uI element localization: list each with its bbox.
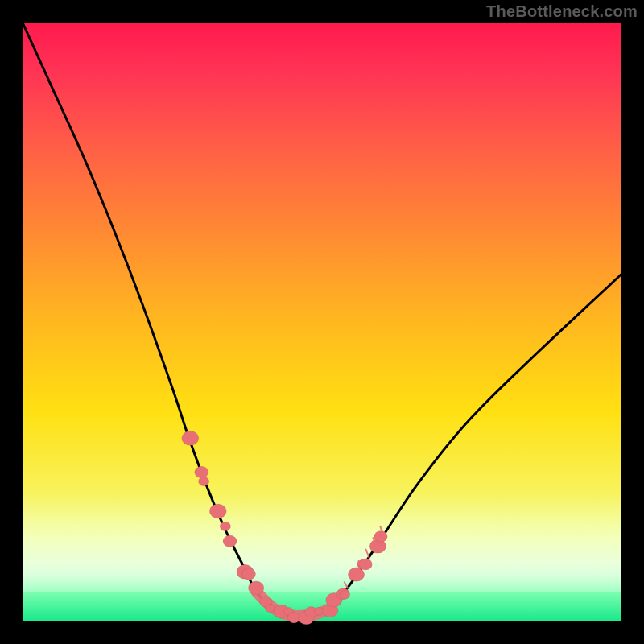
right-ascent-beads: [326, 530, 387, 607]
svg-point-21: [348, 568, 364, 581]
svg-point-7: [242, 568, 256, 580]
svg-point-2: [199, 477, 209, 485]
svg-line-26: [345, 582, 348, 588]
watermark-text: TheBottleneck.com: [486, 2, 638, 21]
svg-line-29: [366, 550, 369, 558]
svg-point-0: [182, 431, 199, 445]
svg-point-1: [195, 466, 208, 478]
svg-point-10: [265, 604, 275, 612]
bottleneck-curve: [23, 23, 621, 616]
plot-area: [23, 23, 621, 621]
curve-layer: [23, 23, 621, 621]
chart-frame: TheBottleneck.com: [0, 0, 644, 644]
left-descent-beads: [182, 431, 256, 580]
svg-point-25: [374, 530, 387, 542]
svg-point-3: [209, 504, 226, 518]
svg-point-4: [220, 522, 230, 530]
svg-point-5: [223, 535, 237, 547]
svg-point-20: [340, 590, 350, 599]
svg-point-8: [248, 581, 264, 595]
valley-beads: [248, 581, 338, 625]
